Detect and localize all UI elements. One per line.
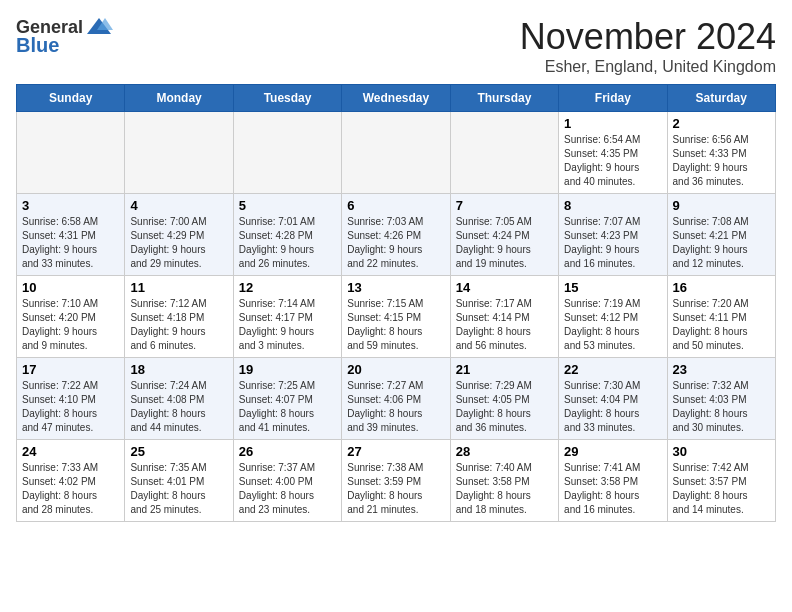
calendar-cell: 16Sunrise: 7:20 AM Sunset: 4:11 PM Dayli… <box>667 276 775 358</box>
day-info: Sunrise: 6:56 AM Sunset: 4:33 PM Dayligh… <box>673 133 770 189</box>
day-number: 1 <box>564 116 661 131</box>
day-number: 21 <box>456 362 553 377</box>
calendar-cell: 30Sunrise: 7:42 AM Sunset: 3:57 PM Dayli… <box>667 440 775 522</box>
day-info: Sunrise: 7:07 AM Sunset: 4:23 PM Dayligh… <box>564 215 661 271</box>
day-info: Sunrise: 7:33 AM Sunset: 4:02 PM Dayligh… <box>22 461 119 517</box>
column-header-friday: Friday <box>559 85 667 112</box>
day-info: Sunrise: 7:25 AM Sunset: 4:07 PM Dayligh… <box>239 379 336 435</box>
day-number: 14 <box>456 280 553 295</box>
calendar-cell: 4Sunrise: 7:00 AM Sunset: 4:29 PM Daylig… <box>125 194 233 276</box>
day-number: 6 <box>347 198 444 213</box>
calendar-cell: 2Sunrise: 6:56 AM Sunset: 4:33 PM Daylig… <box>667 112 775 194</box>
calendar-cell: 26Sunrise: 7:37 AM Sunset: 4:00 PM Dayli… <box>233 440 341 522</box>
day-info: Sunrise: 7:40 AM Sunset: 3:58 PM Dayligh… <box>456 461 553 517</box>
day-number: 7 <box>456 198 553 213</box>
day-info: Sunrise: 7:24 AM Sunset: 4:08 PM Dayligh… <box>130 379 227 435</box>
calendar-cell: 20Sunrise: 7:27 AM Sunset: 4:06 PM Dayli… <box>342 358 450 440</box>
column-header-saturday: Saturday <box>667 85 775 112</box>
day-number: 4 <box>130 198 227 213</box>
day-number: 28 <box>456 444 553 459</box>
calendar-cell: 27Sunrise: 7:38 AM Sunset: 3:59 PM Dayli… <box>342 440 450 522</box>
calendar-cell: 29Sunrise: 7:41 AM Sunset: 3:58 PM Dayli… <box>559 440 667 522</box>
day-info: Sunrise: 7:14 AM Sunset: 4:17 PM Dayligh… <box>239 297 336 353</box>
page-header: General Blue November 2024 Esher, Englan… <box>16 16 776 76</box>
day-number: 3 <box>22 198 119 213</box>
day-number: 12 <box>239 280 336 295</box>
day-number: 26 <box>239 444 336 459</box>
calendar-cell: 15Sunrise: 7:19 AM Sunset: 4:12 PM Dayli… <box>559 276 667 358</box>
calendar-week-row: 24Sunrise: 7:33 AM Sunset: 4:02 PM Dayli… <box>17 440 776 522</box>
day-info: Sunrise: 7:41 AM Sunset: 3:58 PM Dayligh… <box>564 461 661 517</box>
calendar-cell: 9Sunrise: 7:08 AM Sunset: 4:21 PM Daylig… <box>667 194 775 276</box>
day-number: 19 <box>239 362 336 377</box>
logo: General Blue <box>16 16 113 57</box>
month-title: November 2024 <box>520 16 776 58</box>
calendar-cell: 11Sunrise: 7:12 AM Sunset: 4:18 PM Dayli… <box>125 276 233 358</box>
calendar-cell: 18Sunrise: 7:24 AM Sunset: 4:08 PM Dayli… <box>125 358 233 440</box>
day-number: 2 <box>673 116 770 131</box>
day-number: 10 <box>22 280 119 295</box>
day-number: 17 <box>22 362 119 377</box>
calendar-cell: 25Sunrise: 7:35 AM Sunset: 4:01 PM Dayli… <box>125 440 233 522</box>
calendar-cell: 22Sunrise: 7:30 AM Sunset: 4:04 PM Dayli… <box>559 358 667 440</box>
column-header-monday: Monday <box>125 85 233 112</box>
calendar-cell: 24Sunrise: 7:33 AM Sunset: 4:02 PM Dayli… <box>17 440 125 522</box>
day-info: Sunrise: 7:27 AM Sunset: 4:06 PM Dayligh… <box>347 379 444 435</box>
day-number: 15 <box>564 280 661 295</box>
calendar-week-row: 1Sunrise: 6:54 AM Sunset: 4:35 PM Daylig… <box>17 112 776 194</box>
calendar-week-row: 17Sunrise: 7:22 AM Sunset: 4:10 PM Dayli… <box>17 358 776 440</box>
day-number: 16 <box>673 280 770 295</box>
calendar-cell: 3Sunrise: 6:58 AM Sunset: 4:31 PM Daylig… <box>17 194 125 276</box>
day-info: Sunrise: 7:15 AM Sunset: 4:15 PM Dayligh… <box>347 297 444 353</box>
calendar-cell: 23Sunrise: 7:32 AM Sunset: 4:03 PM Dayli… <box>667 358 775 440</box>
day-info: Sunrise: 6:58 AM Sunset: 4:31 PM Dayligh… <box>22 215 119 271</box>
day-number: 18 <box>130 362 227 377</box>
day-number: 5 <box>239 198 336 213</box>
day-number: 22 <box>564 362 661 377</box>
day-number: 30 <box>673 444 770 459</box>
calendar-week-row: 3Sunrise: 6:58 AM Sunset: 4:31 PM Daylig… <box>17 194 776 276</box>
day-info: Sunrise: 7:08 AM Sunset: 4:21 PM Dayligh… <box>673 215 770 271</box>
calendar-cell: 10Sunrise: 7:10 AM Sunset: 4:20 PM Dayli… <box>17 276 125 358</box>
day-number: 24 <box>22 444 119 459</box>
day-number: 11 <box>130 280 227 295</box>
day-info: Sunrise: 7:10 AM Sunset: 4:20 PM Dayligh… <box>22 297 119 353</box>
calendar-cell: 28Sunrise: 7:40 AM Sunset: 3:58 PM Dayli… <box>450 440 558 522</box>
calendar-cell: 7Sunrise: 7:05 AM Sunset: 4:24 PM Daylig… <box>450 194 558 276</box>
day-info: Sunrise: 7:35 AM Sunset: 4:01 PM Dayligh… <box>130 461 227 517</box>
day-number: 27 <box>347 444 444 459</box>
day-number: 9 <box>673 198 770 213</box>
day-number: 25 <box>130 444 227 459</box>
day-info: Sunrise: 7:00 AM Sunset: 4:29 PM Dayligh… <box>130 215 227 271</box>
calendar-cell <box>125 112 233 194</box>
calendar-week-row: 10Sunrise: 7:10 AM Sunset: 4:20 PM Dayli… <box>17 276 776 358</box>
day-info: Sunrise: 7:30 AM Sunset: 4:04 PM Dayligh… <box>564 379 661 435</box>
calendar-cell: 8Sunrise: 7:07 AM Sunset: 4:23 PM Daylig… <box>559 194 667 276</box>
day-info: Sunrise: 7:20 AM Sunset: 4:11 PM Dayligh… <box>673 297 770 353</box>
day-info: Sunrise: 7:12 AM Sunset: 4:18 PM Dayligh… <box>130 297 227 353</box>
calendar-cell: 12Sunrise: 7:14 AM Sunset: 4:17 PM Dayli… <box>233 276 341 358</box>
day-info: Sunrise: 7:37 AM Sunset: 4:00 PM Dayligh… <box>239 461 336 517</box>
day-number: 13 <box>347 280 444 295</box>
day-info: Sunrise: 7:42 AM Sunset: 3:57 PM Dayligh… <box>673 461 770 517</box>
calendar-cell: 17Sunrise: 7:22 AM Sunset: 4:10 PM Dayli… <box>17 358 125 440</box>
calendar-cell: 13Sunrise: 7:15 AM Sunset: 4:15 PM Dayli… <box>342 276 450 358</box>
calendar-header-row: SundayMondayTuesdayWednesdayThursdayFrid… <box>17 85 776 112</box>
calendar-cell: 14Sunrise: 7:17 AM Sunset: 4:14 PM Dayli… <box>450 276 558 358</box>
column-header-tuesday: Tuesday <box>233 85 341 112</box>
day-info: Sunrise: 7:29 AM Sunset: 4:05 PM Dayligh… <box>456 379 553 435</box>
day-number: 29 <box>564 444 661 459</box>
column-header-thursday: Thursday <box>450 85 558 112</box>
calendar-table: SundayMondayTuesdayWednesdayThursdayFrid… <box>16 84 776 522</box>
calendar-cell: 6Sunrise: 7:03 AM Sunset: 4:26 PM Daylig… <box>342 194 450 276</box>
calendar-cell: 1Sunrise: 6:54 AM Sunset: 4:35 PM Daylig… <box>559 112 667 194</box>
calendar-cell: 21Sunrise: 7:29 AM Sunset: 4:05 PM Dayli… <box>450 358 558 440</box>
column-header-wednesday: Wednesday <box>342 85 450 112</box>
title-section: November 2024 Esher, England, United Kin… <box>520 16 776 76</box>
day-info: Sunrise: 7:05 AM Sunset: 4:24 PM Dayligh… <box>456 215 553 271</box>
logo-blue: Blue <box>16 34 59 57</box>
day-info: Sunrise: 7:17 AM Sunset: 4:14 PM Dayligh… <box>456 297 553 353</box>
logo-icon <box>85 16 113 38</box>
day-info: Sunrise: 7:38 AM Sunset: 3:59 PM Dayligh… <box>347 461 444 517</box>
calendar-cell: 5Sunrise: 7:01 AM Sunset: 4:28 PM Daylig… <box>233 194 341 276</box>
